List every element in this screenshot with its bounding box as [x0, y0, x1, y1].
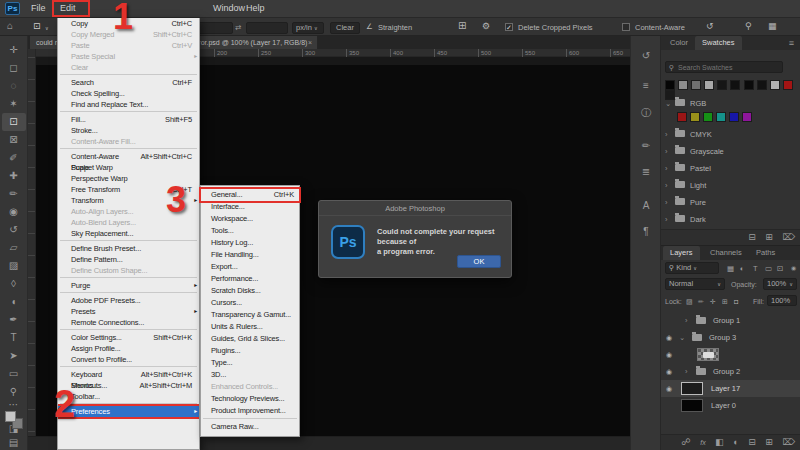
edit-menu-item-preferences[interactable]: Preferences▸ [58, 406, 199, 417]
resolution-unit-dropdown[interactable]: px/in ∨ [292, 22, 324, 34]
fill-dropdown[interactable]: 100% [767, 295, 797, 306]
edit-menu-item-sky-replacement[interactable]: Sky Replacement... [58, 228, 199, 239]
tab-swatches[interactable]: Swatches [695, 36, 742, 50]
submenu-item-transparency-gamut[interactable]: Transparency & Gamut... [201, 309, 299, 321]
layer-style-fx-icon[interactable]: fx [700, 439, 705, 446]
healing-brush-tool[interactable]: ✚ [2, 167, 26, 185]
home-icon[interactable]: ⌂ [7, 20, 13, 31]
panel-menu-icon[interactable]: ≡ [782, 36, 800, 50]
submenu-item-workspace[interactable]: Workspace... [201, 213, 299, 225]
submenu-item-type[interactable]: Type... [201, 357, 299, 369]
submenu-item-3d[interactable]: 3D... [201, 369, 299, 381]
edit-menu-item-content-aware-scale[interactable]: Content-Aware ScaleAlt+Shift+Ctrl+C [58, 151, 199, 162]
edit-menu-item-puppet-warp[interactable]: Puppet Warp [58, 162, 199, 173]
swatch[interactable] [677, 112, 687, 122]
crop-preset-dropdown-arrow-icon[interactable]: ∨ [45, 25, 49, 31]
edit-menu-item-keyboard-shortcuts[interactable]: Keyboard Shortcuts...Alt+Shift+Ctrl+K [58, 369, 199, 380]
delete-layer-icon[interactable]: ⌦ [782, 437, 795, 447]
new-group-icon[interactable]: ⊟ [748, 437, 756, 447]
submenu-item-product-improvement[interactable]: Product Improvement... [201, 405, 299, 417]
filter-toggle-icon[interactable]: ◉ [791, 262, 796, 275]
menu-help[interactable]: Help [246, 3, 265, 13]
swatch[interactable] [703, 112, 713, 122]
overlay-grid-icon[interactable]: ⊞ [458, 20, 466, 31]
marquee-tool[interactable]: ◻ [2, 59, 26, 77]
swatch[interactable] [744, 80, 754, 90]
foreground-background-colors[interactable] [4, 411, 24, 422]
layer-row-layer17[interactable]: ◉ Layer 17 [661, 380, 800, 397]
swatch[interactable] [742, 112, 752, 122]
link-layers-icon[interactable]: ☍ [682, 437, 691, 447]
edit-menu-item-adobe-pdf-presets[interactable]: Adobe PDF Presets... [58, 295, 199, 306]
layer-row-group3[interactable]: ◉ ⌄ Group 3 [661, 329, 800, 346]
submenu-item-tools[interactable]: Tools... [201, 225, 299, 237]
edit-menu-item-find-replace[interactable]: Find and Replace Text... [58, 99, 199, 110]
eyedropper-tool[interactable]: ✐ [2, 149, 26, 167]
search-icon[interactable]: ⚲ [745, 21, 752, 31]
brushes-panel-icon[interactable]: ✏ [631, 140, 661, 151]
chevron-right-icon[interactable]: › [685, 312, 694, 329]
swatch[interactable] [717, 80, 727, 90]
path-select-tool[interactable]: ➤ [2, 347, 26, 365]
swatch[interactable] [690, 112, 700, 122]
eraser-tool[interactable]: ▱ [2, 239, 26, 257]
swatch[interactable] [757, 80, 767, 90]
crop-tool-icon[interactable]: ⊡ [33, 21, 41, 31]
swatch-group-dark[interactable]: ›Dark [665, 214, 797, 228]
lock-position-icon[interactable]: ✛ [710, 295, 716, 308]
eye-icon[interactable]: ◉ [666, 329, 672, 346]
history-panel-icon[interactable]: ↺ [631, 50, 661, 61]
content-aware-checkbox[interactable] [622, 23, 630, 31]
swatch[interactable] [678, 80, 688, 90]
edit-menu-item-clear[interactable]: Clear [58, 62, 199, 73]
lock-pixels-icon[interactable]: ✏ [698, 295, 704, 308]
menu-file[interactable]: File [31, 3, 46, 13]
eye-icon[interactable]: ◉ [666, 380, 672, 397]
swatch[interactable] [729, 112, 739, 122]
close-tab-icon[interactable]: × [308, 36, 312, 49]
lasso-tool[interactable]: ◌ [2, 77, 26, 95]
more-tools-icon[interactable]: ⋯ [2, 401, 26, 409]
tab-channels[interactable]: Channels [703, 246, 749, 260]
blur-tool[interactable]: ◊ [2, 275, 26, 293]
tab-paths[interactable]: Paths [749, 246, 782, 260]
edit-menu-item-toolbar[interactable]: Toolbar... [58, 391, 199, 402]
tab-layers[interactable]: Layers [663, 246, 700, 260]
move-tool[interactable]: ✛ [2, 41, 26, 59]
submenu-item-plugins[interactable]: Plugins... [201, 345, 299, 357]
straighten-icon[interactable]: ∠ [366, 22, 373, 31]
edit-menu-item-convert-to-profile[interactable]: Convert to Profile... [58, 354, 199, 365]
edit-menu-item-search[interactable]: SearchCtrl+F [58, 77, 199, 88]
layer-thumbnail[interactable] [681, 399, 703, 412]
clone-stamp-tool[interactable]: ◉ [2, 203, 26, 221]
submenu-item-camera-raw[interactable]: Camera Raw... [201, 421, 299, 433]
delete-icon[interactable]: ⌦ [782, 232, 795, 242]
edit-menu-item-content-aware-fill[interactable]: Content-Aware Fill... [58, 136, 199, 147]
layer-row-group1[interactable]: › Group 1 [661, 312, 800, 329]
swatch-group-grayscale[interactable]: ›Grayscale [665, 146, 797, 160]
workspace-icon[interactable]: ▦ [768, 21, 777, 31]
clear-button[interactable]: Clear [330, 22, 360, 34]
edit-menu-item-define-pattern[interactable]: Define Pattern... [58, 254, 199, 265]
search-swatches-input[interactable] [665, 61, 783, 73]
edit-menu-item-paste-special[interactable]: Paste Special▸ [58, 51, 199, 62]
magic-wand-tool[interactable]: ✶ [2, 95, 26, 113]
submenu-item-general[interactable]: General...Ctrl+K [201, 189, 299, 201]
add-mask-icon[interactable]: ◧ [715, 437, 724, 447]
crop-tool[interactable]: ⊡ [2, 113, 26, 131]
layer-thumbnail[interactable] [697, 348, 719, 361]
swatch-group-pure[interactable]: ›Pure [665, 197, 797, 211]
edit-menu-item-purge[interactable]: Purge▸ [58, 280, 199, 291]
delete-cropped-pixels-checkbox[interactable]: ✓ [505, 23, 513, 31]
submenu-item-file-handling[interactable]: File Handling... [201, 249, 299, 261]
blend-mode-dropdown[interactable]: Normal ∨ [665, 278, 725, 290]
submenu-item-technology-previews[interactable]: Technology Previews... [201, 393, 299, 405]
swatch-group-pastel[interactable]: ›Pastel [665, 163, 797, 177]
type-tool[interactable]: T [2, 329, 26, 347]
layer-thumbnail[interactable] [681, 382, 703, 395]
edit-menu-item-menus[interactable]: Menus...Alt+Shift+Ctrl+M [58, 380, 199, 391]
filter-type-icon[interactable]: T [753, 262, 758, 275]
edit-menu-item-paste[interactable]: PasteCtrl+V [58, 40, 199, 51]
crop-width-field[interactable] [197, 22, 233, 34]
filter-smart-object-icon[interactable]: ⊡ [777, 262, 783, 275]
